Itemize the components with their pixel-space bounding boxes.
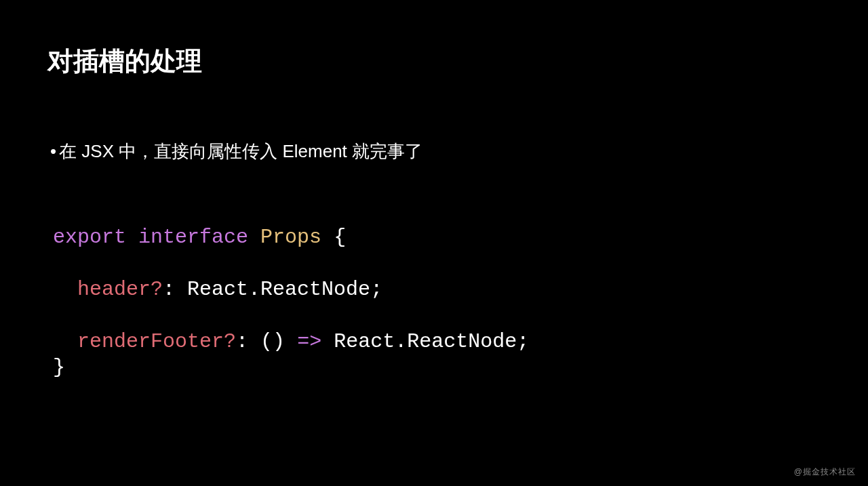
code-space (175, 278, 187, 301)
code-type-props: Props (260, 226, 321, 249)
code-indent (53, 330, 77, 353)
code-prop-header: header? (77, 278, 163, 301)
code-lparen: ( (260, 330, 273, 353)
code-blank-line (53, 304, 65, 327)
slide-container: 对插槽的处理 在 JSX 中，直接向属性传入 Element 就完事了 expo… (0, 0, 868, 380)
code-keyword-interface: interface (138, 226, 248, 249)
code-semi: ; (370, 278, 382, 301)
code-brace-open: { (334, 226, 346, 249)
code-brace-close: } (53, 356, 65, 379)
code-semi: ; (517, 330, 529, 353)
code-indent (53, 278, 77, 301)
code-prop-renderfooter: renderFooter? (77, 330, 236, 353)
slide-bullet: 在 JSX 中，直接向属性传入 Element 就完事了 (47, 140, 821, 163)
code-rparen: ) (273, 330, 285, 353)
code-type-reactnode: React.ReactNode (187, 278, 370, 301)
code-keyword-export: export (53, 226, 126, 249)
code-blank-line (53, 251, 65, 275)
watermark: @掘金技术社区 (794, 466, 856, 478)
code-colon: : (236, 330, 248, 353)
code-space (248, 330, 260, 353)
slide-title: 对插槽的处理 (47, 44, 821, 79)
code-arrow: => (297, 330, 321, 353)
code-type-reactnode: React.ReactNode (334, 330, 517, 353)
code-colon: : (163, 278, 175, 301)
code-block: export interface Props { header?: React.… (47, 224, 821, 380)
